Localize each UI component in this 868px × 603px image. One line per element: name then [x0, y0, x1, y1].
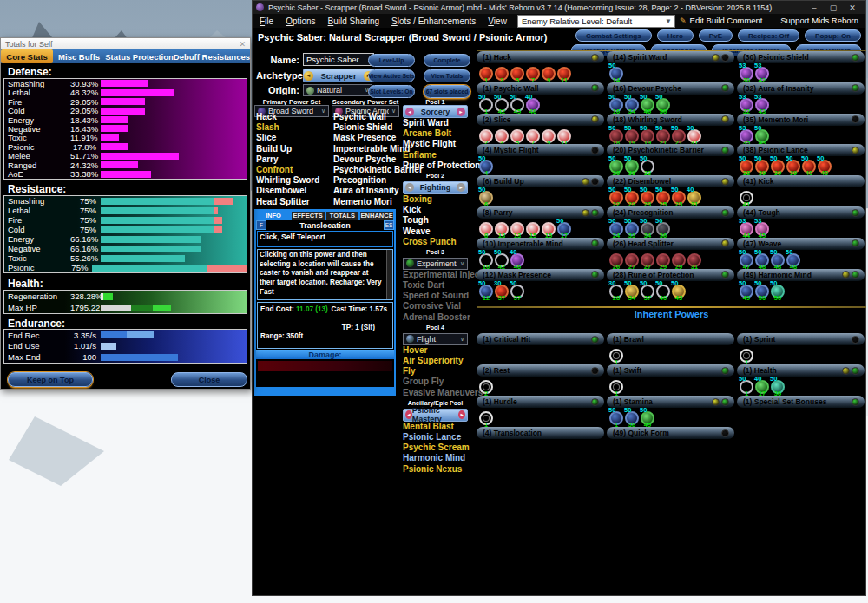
enh-slot[interactable]: 5045	[510, 95, 525, 113]
menu-item-options[interactable]: Options	[286, 16, 315, 26]
power-bar[interactable]: (41) Kick	[737, 175, 865, 187]
enh-slot[interactable]: 3028	[608, 282, 624, 299]
powerlist-item[interactable]: Tough	[403, 215, 468, 226]
enh-slot[interactable]: 13	[494, 220, 510, 237]
enh-slot[interactable]: 5018	[608, 127, 624, 144]
tab-status-protection[interactable]: Status Protection	[105, 49, 174, 63]
enh-slot[interactable]: 5344	[739, 220, 754, 237]
enh-slot[interactable]: 3031	[687, 127, 702, 144]
enh-slot[interactable]: 4031	[687, 188, 702, 206]
powerlist-item[interactable]: Disembowel	[256, 186, 329, 196]
enh-slot[interactable]: 5040	[655, 282, 671, 299]
enh-slot[interactable]: 5039	[786, 157, 801, 174]
powerlist-item[interactable]: Fly	[403, 366, 468, 377]
powerlist-item[interactable]: Cross Punch	[403, 237, 468, 247]
powerlist-item[interactable]: Precognition	[333, 175, 399, 186]
power-bar[interactable]: (1) Special Set Bonuses	[737, 396, 865, 408]
enh-slot[interactable]: 11	[556, 64, 572, 82]
enh-slot[interactable]: 501	[478, 95, 494, 113]
power-bar[interactable]: (1) Critical Hit	[477, 333, 604, 345]
enh-slot[interactable]: 15	[525, 220, 541, 237]
enh-slot[interactable]: 5050	[770, 282, 786, 299]
pool-selector-psionic-mastery[interactable]: ◄Psionic Mastery►	[403, 409, 468, 422]
enh-slot[interactable]: 5048	[754, 251, 770, 268]
enh-slot[interactable]: 5	[510, 64, 525, 82]
info-tab-enhance[interactable]: ENHANCE	[359, 211, 394, 220]
powerlist-item[interactable]: Mystic Flight	[403, 139, 468, 149]
pool-next-icon[interactable]: ►	[457, 183, 465, 192]
powerlist-item[interactable]: Confront	[256, 165, 329, 175]
slot-levels-on-button[interactable]: Slot Levels: On	[368, 85, 415, 98]
tab-core-stats[interactable]: Core Stats	[1, 49, 53, 63]
enh-slot[interactable]: 1	[608, 346, 624, 364]
enh-slot[interactable]: 5036	[655, 220, 671, 237]
powerlist-item[interactable]: Psionic Nexus	[403, 464, 468, 475]
menu-item-slots-enhancements[interactable]: Slots / Enhancements	[391, 16, 476, 26]
enh-slot[interactable]: 5034	[624, 95, 640, 113]
enh-slot[interactable]: 4046	[525, 95, 541, 113]
powerlist-item[interactable]: Psychic Scream	[403, 442, 468, 453]
enh-slot[interactable]: 27	[624, 251, 640, 268]
popup-on-button[interactable]: Popup: On	[805, 29, 861, 42]
keep-on-top-button[interactable]: Keep on Top	[8, 372, 93, 387]
minimize-button[interactable]: –	[805, 3, 824, 12]
enh-slot[interactable]: 1	[608, 377, 624, 395]
powerlist-item[interactable]: Psionic Shield	[333, 122, 399, 133]
close-button[interactable]: Close	[171, 372, 247, 387]
enh-slot[interactable]: 5033	[640, 157, 655, 174]
enh-slot[interactable]: 5335	[739, 127, 754, 144]
info-tab-totals[interactable]: TOTALS	[326, 211, 360, 220]
enh-slot[interactable]: 501	[608, 409, 624, 426]
enh-slot[interactable]: 5050	[655, 95, 671, 113]
powerlist-item[interactable]: Impenetrable Mind	[333, 144, 399, 154]
pve-button[interactable]: PvE	[699, 29, 733, 42]
power-bar[interactable]: (6) Build Up	[477, 175, 604, 187]
enh-slot[interactable]: 1	[739, 346, 754, 364]
powerlist-item[interactable]: Mental Blast	[403, 422, 468, 432]
enh-slot[interactable]: 5050	[754, 282, 770, 299]
powerlist-item[interactable]: Boxing	[403, 194, 468, 205]
powerlist-item[interactable]: Spirit Ward	[403, 118, 468, 128]
tab-misc-buffs[interactable]: Misc Buffs	[53, 49, 105, 63]
powerlist-item[interactable]: Psionic Lance	[403, 432, 468, 442]
enh-slot[interactable]: 5042	[494, 95, 510, 113]
enh-slot[interactable]: 5047	[739, 251, 754, 268]
info-tab-effects[interactable]: EFFECTS	[291, 211, 326, 220]
powerlist-item[interactable]: Psychic Wall	[333, 112, 399, 122]
enh-slot[interactable]: 7	[525, 127, 541, 144]
enh-slot[interactable]: 5345	[754, 220, 770, 237]
powerlist-item[interactable]: Arcane Bolt	[403, 128, 468, 139]
enh-slot[interactable]: 5042	[494, 251, 510, 268]
power-bar[interactable]: (4) Translocation	[477, 427, 604, 439]
powerlist-item[interactable]: Corrosive Vial	[403, 301, 468, 311]
pool-selector-sorcery[interactable]: ◄Sorcery►	[403, 105, 468, 118]
support-link[interactable]: Support Mids Reborn	[780, 16, 858, 25]
powerlist-item[interactable]: Weave	[403, 226, 468, 237]
enh-slot[interactable]: 1	[478, 64, 494, 82]
enh-slot[interactable]: 5034	[624, 282, 640, 299]
enh-slot[interactable]: 13	[510, 220, 525, 237]
enh-slot[interactable]: 5019	[640, 127, 655, 144]
pool-selector-fighting[interactable]: ◄Fighting►	[403, 181, 468, 194]
enh-slot[interactable]: 8	[478, 220, 494, 237]
powerlist-item[interactable]: Devour Psyche	[333, 154, 399, 165]
powerlist-item[interactable]: Evasive Maneuvers	[403, 388, 468, 398]
complete-button[interactable]: Complete	[424, 54, 470, 67]
enh-slot[interactable]: 5016	[608, 95, 624, 113]
enh-slot[interactable]: 5040	[801, 157, 817, 174]
enh-slot[interactable]: 9	[541, 127, 556, 144]
enh-slot[interactable]: 3	[494, 64, 510, 82]
recipes-off-button[interactable]: Recipes: Off	[738, 29, 799, 42]
enh-slot[interactable]: 5021	[655, 127, 671, 144]
enh-slot[interactable]: 5048	[786, 251, 801, 268]
powerlist-item[interactable]: Toxic Dart	[403, 280, 468, 291]
enh-slot[interactable]: 5045	[640, 409, 655, 426]
powerlist-item[interactable]: Aura of Insanity	[333, 186, 399, 196]
enh-slot[interactable]: 5040	[817, 157, 832, 174]
powerlist-item[interactable]: Mask Presence	[333, 133, 399, 143]
enemy-relative-level-select[interactable]: Enemy Relative Level: Default ▼	[517, 15, 675, 28]
enh-slot[interactable]: 5019	[624, 127, 640, 144]
enh-slot[interactable]: 5017	[556, 220, 572, 237]
powerlist-item[interactable]: Slice	[256, 133, 329, 143]
enh-slot[interactable]: 5043	[754, 127, 770, 144]
